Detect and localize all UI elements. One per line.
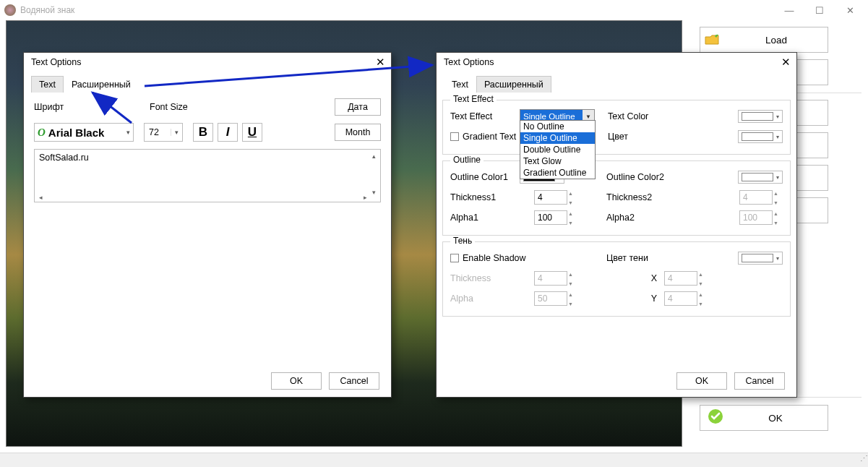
text-input-area[interactable]: SoftSalad.ru ▴▾ ◂▸ — [34, 149, 381, 202]
check-icon — [708, 408, 723, 427]
month-button[interactable]: Month — [335, 124, 381, 141]
group-outline: Outline Outline Color1 ▾ Outline Color2 … — [442, 160, 791, 236]
horizontal-scroll-arrows[interactable]: ◂▸ — [39, 194, 367, 201]
label-text-effect: Text Effect — [450, 111, 520, 121]
thickness1-spinner[interactable]: 4▲▼ — [534, 190, 567, 205]
date-label: Дата — [348, 102, 368, 112]
checkbox-icon — [450, 132, 459, 141]
tab-advanced-label: Расширенный — [484, 80, 543, 90]
dialog-titlebar: Text Options ✕ — [437, 53, 796, 72]
ok-button[interactable]: OK — [271, 372, 322, 390]
shadow-x-spinner[interactable]: 4▲▼ — [664, 271, 697, 286]
tab-advanced[interactable]: Расширенный — [476, 76, 551, 93]
chevron-down-icon: ▾ — [126, 129, 130, 136]
chevron-down-icon: ▾ — [773, 255, 782, 262]
color-preview — [742, 173, 773, 181]
alpha1-spinner[interactable]: 100▲▼ — [534, 210, 567, 225]
group-label: Text Effect — [450, 94, 497, 104]
tab-advanced[interactable]: Расширенный — [64, 76, 139, 93]
color-preview — [742, 132, 773, 141]
option-double-outline[interactable]: Double Outline — [520, 144, 595, 155]
thickness2-spinner[interactable]: 4▲▼ — [739, 190, 773, 205]
tab-text-label: Text — [39, 80, 56, 90]
spinner-arrows[interactable]: ▲▼ — [773, 191, 781, 205]
spinner-arrows[interactable]: ▲▼ — [568, 191, 575, 205]
label-x: X — [606, 273, 657, 283]
cancel-button[interactable]: Cancel — [329, 372, 379, 390]
spinner-arrows[interactable]: ▲▼ — [698, 272, 705, 286]
option-text-glow[interactable]: Text Glow — [520, 155, 595, 167]
month-label: Month — [345, 127, 371, 137]
text-color-swatch[interactable]: ▾ — [738, 110, 783, 123]
alpha1-value: 100 — [535, 213, 567, 223]
font-size-value: 72 — [145, 127, 171, 137]
window-maximize[interactable]: ☐ — [809, 3, 830, 17]
shadow-color-swatch[interactable]: ▾ — [738, 252, 783, 265]
font-combo[interactable]: O Arial Black ▾ — [34, 123, 134, 142]
dialog-title: Text Options — [31, 57, 81, 67]
shadow-y-value: 4 — [665, 294, 697, 304]
tab-text[interactable]: Text — [444, 76, 476, 93]
ok-label: OK — [290, 376, 303, 386]
chevron-down-icon: ▼ — [583, 113, 594, 120]
close-icon[interactable]: ✕ — [376, 56, 385, 69]
bold-label: B — [199, 125, 207, 140]
chevron-down-icon: ▾ — [773, 174, 782, 181]
folder-open-icon — [700, 33, 725, 46]
panel-ok-button[interactable]: OK — [700, 405, 828, 431]
tab-text[interactable]: Text — [31, 76, 64, 93]
text-effect-dropdown[interactable]: No Outline Single Outline Double Outline… — [520, 120, 596, 179]
cancel-button[interactable]: Cancel — [734, 372, 785, 390]
group-shadow: Тень Enable Shadow Цвет тени ▾ Thickness… — [442, 241, 791, 317]
label-alpha1: Alpha1 — [450, 213, 520, 223]
spinner-arrows[interactable]: ▲▼ — [773, 211, 781, 226]
window-title: Водяной знак — [20, 5, 74, 15]
color2-swatch[interactable]: ▾ — [738, 130, 783, 143]
shadow-thickness-spinner[interactable]: 4▲▼ — [534, 271, 567, 286]
font-name: Arial Black — [48, 127, 105, 139]
option-single-outline[interactable]: Single Outline — [520, 132, 595, 144]
tab-text-label: Text — [452, 80, 468, 90]
shadow-alpha-value: 50 — [535, 294, 567, 304]
resize-grip-icon[interactable]: ⋰ — [858, 457, 867, 466]
spinner-arrows[interactable]: ▲▼ — [568, 292, 575, 307]
thickness2-value: 4 — [740, 192, 772, 202]
gradient-text-checkbox[interactable]: Gradient Text — [450, 132, 520, 142]
font-size-combo[interactable]: 72 ▾ — [144, 123, 183, 142]
italic-label: I — [226, 125, 230, 140]
dialog-titlebar: Text Options ✕ — [24, 53, 391, 72]
alpha2-spinner[interactable]: 100▲▼ — [739, 210, 773, 225]
shadow-alpha-spinner[interactable]: 50▲▼ — [534, 291, 567, 306]
option-no-outline[interactable]: No Outline — [520, 121, 595, 132]
group-text-effect: Text Effect Text Effect Single Outline ▼… — [442, 100, 791, 155]
bold-button[interactable]: B — [193, 123, 213, 142]
dialog-title: Text Options — [444, 57, 494, 67]
option-gradient-outline[interactable]: Gradient Outline — [520, 167, 595, 179]
date-button[interactable]: Дата — [335, 98, 381, 116]
thickness1-value: 4 — [535, 192, 567, 202]
font-preview-icon: O — [38, 127, 46, 139]
shadow-y-spinner[interactable]: 4▲▼ — [664, 291, 697, 306]
ok-button[interactable]: OK — [676, 372, 727, 390]
vertical-scroll-arrows[interactable]: ▴▾ — [369, 153, 379, 196]
cancel-label: Cancel — [340, 376, 369, 386]
enable-shadow-checkbox[interactable]: Enable Shadow — [450, 253, 544, 263]
underline-button[interactable]: U — [242, 123, 262, 142]
panel-ok-label: OK — [723, 413, 828, 424]
spinner-arrows[interactable]: ▲▼ — [698, 292, 705, 307]
app-icon — [4, 4, 16, 16]
label-color2: Цвет — [608, 132, 676, 142]
label-shadow-alpha: Alpha — [450, 294, 520, 304]
window-minimize[interactable]: — — [778, 3, 800, 17]
outline-color2-swatch[interactable]: ▾ — [738, 171, 783, 184]
font-label: Шрифт — [34, 102, 150, 112]
spinner-arrows[interactable]: ▲▼ — [568, 211, 575, 226]
load-button[interactable]: Load — [700, 27, 828, 53]
window-titlebar: Водяной знак — ☐ ✕ — [0, 0, 868, 20]
spinner-arrows[interactable]: ▲▼ — [568, 272, 575, 286]
dialog-text-options-2: Text Options ✕ Text Расширенный Text Eff… — [436, 52, 797, 398]
window-close[interactable]: ✕ — [839, 3, 861, 17]
italic-button[interactable]: I — [218, 123, 238, 142]
close-icon[interactable]: ✕ — [781, 56, 791, 69]
chevron-down-icon: ▾ — [171, 129, 182, 136]
